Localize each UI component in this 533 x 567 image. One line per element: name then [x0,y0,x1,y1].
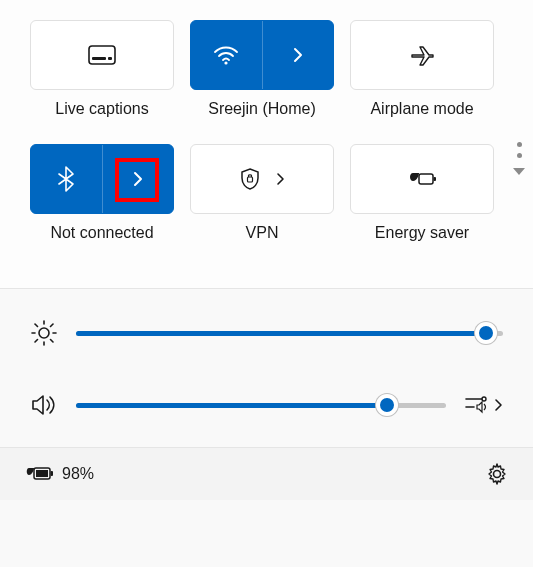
svg-rect-0 [89,46,115,64]
svg-line-14 [35,340,38,343]
airplane-icon [409,44,435,66]
dot-icon [517,153,522,158]
svg-point-3 [225,61,228,64]
battery-percent-text: 98% [62,465,94,483]
captions-icon [88,45,116,65]
svg-point-22 [494,471,501,478]
svg-rect-4 [248,177,253,182]
tile-label: VPN [246,224,279,242]
tile-label: Not connected [50,224,153,242]
bluetooth-icon [58,166,74,192]
svg-rect-6 [434,177,437,181]
svg-line-13 [51,340,54,343]
brightness-row [30,319,503,347]
tile-row: Live captions Sreejin (Home) [30,20,503,136]
svg-line-15 [51,324,54,327]
audio-output-selector[interactable] [464,394,503,416]
vpn-group: VPN [190,144,334,260]
slider-fill [76,331,486,336]
tile-label: Energy saver [375,224,469,242]
live-captions-group: Live captions [30,20,174,136]
svg-rect-1 [92,57,106,60]
battery-status[interactable]: 98% [24,465,94,483]
svg-rect-20 [36,470,48,477]
chevron-right-icon[interactable] [275,172,285,186]
dot-icon [517,142,522,147]
airplane-tile[interactable] [350,20,494,90]
chevron-right-icon [132,170,144,188]
wifi-expand[interactable] [263,21,334,89]
slider-thumb[interactable] [475,322,497,344]
bluetooth-toggle[interactable] [31,145,103,213]
svg-line-12 [35,324,38,327]
tile-row: Not connected VPN [30,144,503,260]
slider-thumb[interactable] [376,394,398,416]
tiles-area: Live captions Sreejin (Home) [0,0,533,288]
volume-slider[interactable] [76,403,446,408]
wifi-icon [213,45,239,65]
energy-group: Energy saver [350,144,494,260]
shield-lock-icon [239,167,261,191]
footer: 98% [0,447,533,500]
brightness-slider[interactable] [76,331,503,336]
svg-rect-5 [419,174,433,184]
quick-settings-panel: Live captions Sreejin (Home) [0,0,533,567]
speaker-icon [30,393,58,417]
page-indicator[interactable] [513,142,525,175]
battery-icon [24,465,54,483]
svg-rect-2 [108,57,112,60]
volume-row [30,393,503,417]
tile-label: Live captions [55,100,148,118]
svg-point-7 [39,328,49,338]
chevron-down-icon [513,168,525,175]
chevron-right-icon [494,398,503,412]
svg-rect-21 [51,471,54,476]
leaf-battery-icon [407,169,437,189]
gear-icon[interactable] [485,462,509,486]
tile-label: Airplane mode [370,100,473,118]
chevron-right-icon [292,46,304,64]
bluetooth-group: Not connected [30,144,174,260]
svg-point-17 [482,397,486,401]
sliders-area [0,288,533,447]
vpn-tile[interactable] [190,144,334,214]
slider-fill [76,403,387,408]
wifi-tile[interactable] [190,20,334,90]
bluetooth-expand[interactable] [103,145,174,213]
bluetooth-tile[interactable] [30,144,174,214]
tile-label: Sreejin (Home) [208,100,316,118]
wifi-group: Sreejin (Home) [190,20,334,136]
brightness-icon [30,319,58,347]
audio-device-icon [464,394,488,416]
energy-saver-tile[interactable] [350,144,494,214]
airplane-group: Airplane mode [350,20,494,136]
wifi-toggle[interactable] [191,21,263,89]
live-captions-tile[interactable] [30,20,174,90]
